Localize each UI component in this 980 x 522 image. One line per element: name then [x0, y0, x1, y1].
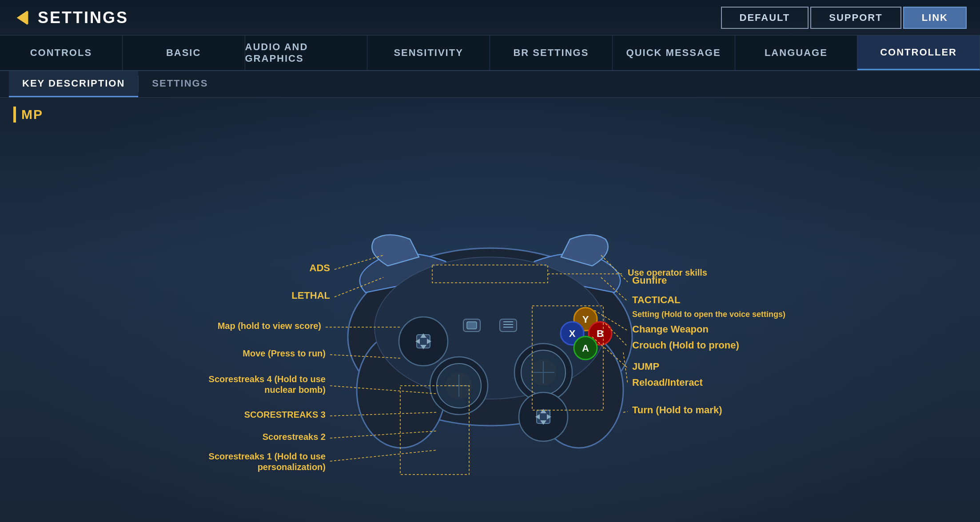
tab-br-settings[interactable]: BR SETTINGS: [490, 36, 613, 70]
svg-text:Y: Y: [582, 314, 589, 325]
link-button[interactable]: LINK: [903, 7, 967, 29]
tab-controls[interactable]: CONTROLS: [0, 36, 123, 70]
label-ads: ADS: [310, 262, 330, 273]
tab-quick-message[interactable]: QUICK MESSAGE: [613, 36, 735, 70]
label-ss4b: nuclear bomb): [264, 385, 326, 395]
header: SETTINGS DEFAULT SUPPORT LINK: [0, 0, 980, 36]
svg-line-59: [623, 411, 628, 412]
svg-text:B: B: [597, 328, 604, 339]
label-map: Map (hold to view score): [218, 321, 321, 331]
svg-line-50: [330, 450, 437, 461]
controller-wrapper: Y X B A: [157, 150, 823, 488]
app-container: SETTINGS DEFAULT SUPPORT LINK CONTROLS B…: [0, 0, 980, 522]
svg-rect-8: [467, 322, 477, 329]
controller-area: Y X B A: [13, 131, 967, 507]
label-voice-settings: Setting (Hold to open the voice settings…: [632, 310, 785, 319]
label-change-weapon: Change Weapon: [632, 324, 709, 335]
svg-text:X: X: [569, 328, 576, 339]
label-reload: Reload/Interact: [632, 377, 703, 388]
label-turn: Turn (Hold to mark): [632, 404, 722, 415]
label-jump: JUMP: [632, 361, 659, 372]
label-crouch: Crouch (Hold to prone): [632, 340, 739, 351]
svg-rect-1: [26, 11, 28, 24]
content-area: MP: [0, 98, 980, 522]
controller-diagram: Y X B A: [157, 150, 823, 488]
svg-marker-0: [17, 11, 27, 24]
svg-text:A: A: [582, 343, 589, 354]
label-ss3: SCORESTREAKS 3: [244, 410, 326, 419]
header-buttons: DEFAULT SUPPORT LINK: [721, 7, 967, 29]
default-button[interactable]: DEFAULT: [721, 7, 809, 29]
tab-controller[interactable]: CONTROLLER: [857, 36, 980, 70]
back-button[interactable]: [13, 9, 31, 27]
support-button[interactable]: SUPPORT: [810, 7, 901, 29]
nav-tabs: CONTROLS BASIC AUDIO AND GRAPHICS SENSIT…: [0, 36, 980, 71]
header-left: SETTINGS: [13, 8, 128, 27]
svg-rect-9: [500, 319, 517, 332]
tab-language[interactable]: LANGUAGE: [735, 36, 858, 70]
tab-audio-graphics[interactable]: AUDIO AND GRAPHICS: [245, 36, 368, 70]
section-title: MP: [13, 107, 967, 123]
label-move: Move (Press to run): [243, 348, 326, 358]
label-gunfire: Gunfire: [632, 275, 667, 286]
section-title-bar: [13, 107, 16, 123]
label-tactical: TACTICAL: [632, 294, 680, 305]
controller-body: Y X B A: [348, 235, 632, 448]
app-title: SETTINGS: [38, 8, 128, 27]
subtab-key-description[interactable]: KEY DESCRIPTION: [9, 71, 138, 97]
label-ss4: Scorestreaks 4 (Hold to use: [209, 374, 326, 384]
label-ss1b: personalization): [258, 462, 326, 472]
label-lethal: LETHAL: [291, 290, 330, 301]
tab-basic[interactable]: BASIC: [123, 36, 245, 70]
sub-tabs: KEY DESCRIPTION SETTINGS: [0, 71, 980, 98]
tab-sensitivity[interactable]: SENSITIVITY: [367, 36, 490, 70]
label-ss2: Scorestreaks 2: [263, 432, 326, 442]
label-ss1: Scorestreaks 1 (Hold to use: [209, 451, 326, 461]
subtab-settings[interactable]: SETTINGS: [139, 71, 221, 97]
section-title-text: MP: [21, 107, 43, 122]
